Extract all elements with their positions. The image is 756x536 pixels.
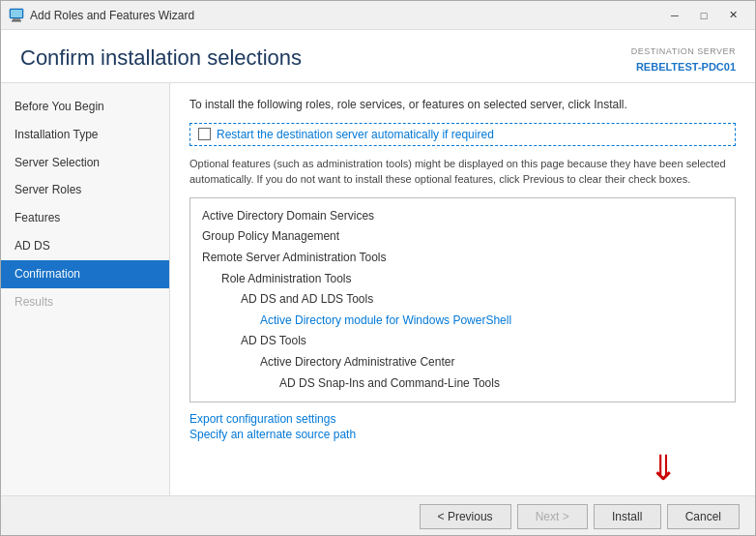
restart-checkbox-row[interactable]: Restart the destination server automatic… bbox=[189, 123, 736, 146]
feature-item: Active Directory Administrative Center bbox=[202, 352, 723, 373]
links-section: Export configuration settingsSpecify an … bbox=[189, 412, 736, 441]
sidebar-item-features[interactable]: Features bbox=[1, 204, 169, 232]
action-link-specify-an-alternate-source-path[interactable]: Specify an alternate source path bbox=[189, 428, 736, 441]
maximize-button[interactable]: □ bbox=[689, 1, 718, 30]
minimize-button[interactable]: ─ bbox=[660, 1, 689, 30]
optional-note: Optional features (such as administratio… bbox=[189, 156, 736, 188]
feature-item: Role Administration Tools bbox=[202, 269, 723, 290]
destination-info: DESTINATION SERVER REBELTEST-PDC01 bbox=[631, 45, 736, 74]
svg-rect-2 bbox=[12, 20, 21, 22]
wizard-footer: < Previous Next > Install Cancel bbox=[1, 495, 755, 536]
sidebar-item-confirmation[interactable]: Confirmation bbox=[1, 260, 169, 288]
feature-item: Active Directory Domain Services bbox=[202, 206, 723, 227]
sidebar-item-server-selection[interactable]: Server Selection bbox=[1, 149, 169, 177]
next-button[interactable]: Next > bbox=[517, 504, 588, 529]
install-note: To install the following roles, role ser… bbox=[189, 97, 736, 113]
feature-item: AD DS and AD LDS Tools bbox=[202, 289, 723, 311]
app-icon bbox=[9, 8, 24, 23]
feature-item: AD DS Tools bbox=[202, 331, 723, 352]
close-button[interactable]: ✕ bbox=[718, 1, 747, 30]
sidebar-item-ad-ds[interactable]: AD DS bbox=[1, 232, 169, 260]
features-box: Active Directory Domain ServicesGroup Po… bbox=[189, 197, 736, 402]
install-arrow-icon: ⇓ bbox=[649, 451, 678, 486]
feature-link[interactable]: Active Directory module for Windows Powe… bbox=[260, 313, 511, 327]
feature-item: Group Policy Management bbox=[202, 226, 723, 248]
svg-rect-3 bbox=[11, 10, 22, 17]
restart-label: Restart the destination server automatic… bbox=[217, 128, 494, 141]
svg-rect-1 bbox=[13, 18, 20, 20]
feature-item[interactable]: Active Directory module for Windows Powe… bbox=[202, 311, 723, 332]
sidebar-item-server-roles[interactable]: Server Roles bbox=[1, 176, 169, 204]
action-link-export-configuration-settings[interactable]: Export configuration settings bbox=[189, 412, 736, 426]
window-controls: ─ □ ✕ bbox=[660, 1, 747, 30]
arrow-container: ⇓ bbox=[189, 451, 736, 486]
sidebar-item-installation-type[interactable]: Installation Type bbox=[1, 121, 169, 149]
sidebar-item-before-you-begin[interactable]: Before You Begin bbox=[1, 93, 169, 121]
wizard-header: Confirm installation selections DESTINAT… bbox=[1, 30, 755, 83]
restart-checkbox[interactable] bbox=[198, 128, 211, 140]
title-bar: Add Roles and Features Wizard ─ □ ✕ bbox=[1, 1, 755, 30]
feature-item: AD DS Snap-Ins and Command-Line Tools bbox=[202, 373, 723, 395]
main-panel: To install the following roles, role ser… bbox=[170, 83, 755, 495]
wizard-body: Confirm installation selections DESTINAT… bbox=[1, 30, 755, 536]
sidebar: Before You BeginInstallation TypeServer … bbox=[1, 83, 170, 495]
wizard-content: Before You BeginInstallation TypeServer … bbox=[1, 83, 755, 495]
destination-label: DESTINATION SERVER bbox=[631, 45, 736, 59]
destination-server: REBELTEST-PDC01 bbox=[631, 59, 736, 75]
previous-button[interactable]: < Previous bbox=[420, 504, 511, 529]
cancel-button[interactable]: Cancel bbox=[667, 504, 740, 529]
sidebar-item-results: Results bbox=[1, 288, 169, 316]
install-button[interactable]: Install bbox=[594, 504, 661, 529]
page-title: Confirm installation selections bbox=[20, 45, 302, 71]
feature-item: Remote Server Administration Tools bbox=[202, 248, 723, 269]
window-title: Add Roles and Features Wizard bbox=[30, 9, 660, 22]
